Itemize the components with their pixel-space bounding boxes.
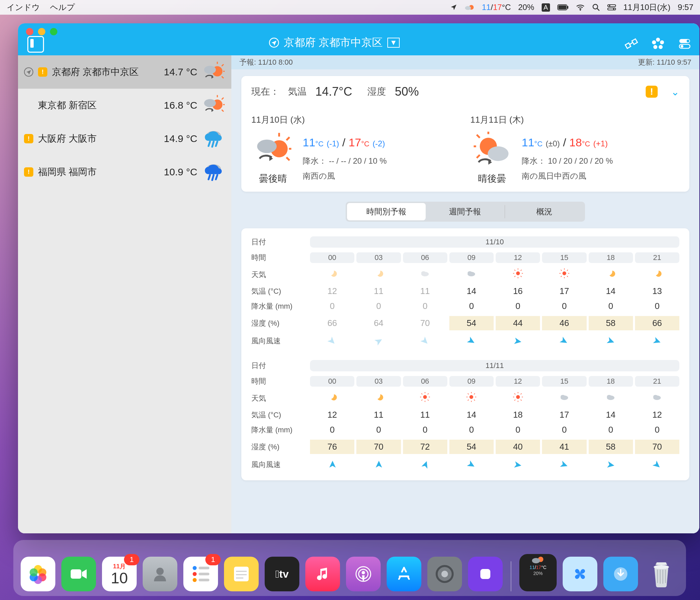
label-humidity: 湿度 (%) [251, 442, 308, 452]
dock-notes[interactable] [224, 557, 259, 591]
menubar-date[interactable]: 11月10日(水) [623, 2, 670, 12]
hour-precip: 0 [449, 301, 494, 311]
close-button[interactable] [26, 28, 33, 35]
expand-chevron-icon[interactable]: ⌄ [671, 86, 679, 98]
hour-weather-icon [496, 391, 540, 405]
hour-weather-icon [356, 268, 401, 281]
current-label-hum: 湿度 [367, 85, 386, 98]
label-temp: 気温 (°C) [251, 286, 308, 296]
hour-weather-icon [449, 391, 494, 405]
svg-line-37 [222, 110, 224, 112]
hour-wind-icon: ➤ [589, 459, 633, 470]
svg-point-99 [516, 395, 520, 399]
svg-line-97 [468, 400, 469, 401]
svg-point-11 [613, 8, 614, 10]
svg-line-79 [561, 276, 562, 277]
svg-point-21 [656, 42, 660, 45]
sidebar-item-2[interactable]: !大阪府 大阪市14.9 °C [18, 122, 231, 155]
weather-menubar-icon[interactable] [465, 3, 475, 11]
location-dropdown-icon[interactable]: ▼ [388, 38, 400, 48]
hour-temp: 17 [542, 410, 586, 420]
hour-precip: 0 [589, 301, 633, 311]
day-wind: 南の風日中西の風 [522, 168, 679, 184]
battery-icon[interactable] [557, 4, 569, 10]
hour-weather-icon [496, 268, 540, 281]
toggle-sidebar-button[interactable] [27, 36, 44, 53]
svg-line-44 [209, 175, 210, 179]
hour-chip: 06 [403, 376, 447, 387]
svg-line-51 [286, 157, 289, 160]
label-date: 日付 [251, 237, 308, 247]
control-center-icon[interactable] [607, 4, 616, 10]
hour-humidity: 40 [496, 440, 540, 454]
sidebar-item-0[interactable]: !京都府 京都市中京区14.7 °C [18, 55, 231, 89]
hour-precip: 0 [310, 425, 354, 435]
hour-precip: 0 [310, 301, 354, 311]
day-header: 11月11日 (木) [470, 114, 679, 126]
sidebar-item-1[interactable]: 東京都 新宿区16.8 °C [18, 89, 231, 122]
spotlight-icon[interactable] [592, 3, 600, 11]
hour-wind-icon: ➤ [449, 335, 494, 347]
wifi-icon[interactable] [576, 4, 585, 11]
menu-help[interactable]: ヘルプ [50, 2, 75, 12]
weather-icon [202, 129, 225, 149]
svg-point-23 [687, 40, 689, 42]
title-location[interactable]: 京都府 京都市中京区 ▼ [44, 35, 625, 50]
hour-chip: 00 [310, 376, 354, 387]
flower-icon[interactable] [651, 37, 665, 52]
dock-downloads[interactable] [603, 557, 638, 591]
menubar-temp[interactable]: 11/17°C [482, 3, 511, 12]
dock-music[interactable] [305, 557, 340, 591]
tab-overview[interactable]: 概況 [505, 203, 584, 220]
zoom-button[interactable] [50, 28, 57, 35]
menubar-time[interactable]: 9:57 [678, 3, 693, 12]
dock-fan[interactable] [562, 557, 597, 591]
warning-badge[interactable]: ! [646, 86, 658, 98]
hour-weather-icon [449, 268, 494, 281]
satellite-icon[interactable] [625, 37, 638, 52]
svg-point-124 [193, 572, 197, 576]
menu-window[interactable]: インドウ [7, 2, 40, 12]
dock-contacts[interactable] [143, 557, 177, 591]
svg-line-31 [222, 76, 224, 78]
dock-settings[interactable] [427, 557, 462, 591]
hour-humidity: 46 [542, 316, 586, 330]
dock-widget[interactable] [468, 557, 503, 591]
hour-wind-icon: ➤ [403, 459, 447, 470]
dock-reminders[interactable]: 1 [183, 557, 218, 591]
hour-temp: 18 [496, 410, 540, 420]
hour-precip: 0 [542, 425, 586, 435]
current-hum: 50% [395, 85, 419, 99]
dock-photos[interactable] [21, 557, 55, 591]
dock-trash[interactable] [644, 557, 679, 591]
svg-rect-145 [660, 570, 661, 584]
hour-humidity: 54 [449, 316, 494, 330]
location-temp: 14.9 °C [147, 133, 197, 144]
hour-precip: 0 [635, 301, 679, 311]
dock-podcasts[interactable] [346, 557, 381, 591]
svg-point-20 [652, 40, 656, 44]
warning-badge-icon: ! [38, 67, 47, 77]
dock-weather-widget[interactable]: 11/17°C 20% [519, 554, 557, 591]
dock-tv[interactable]: tv [265, 557, 299, 591]
settings-toggle-icon[interactable] [678, 37, 691, 52]
svg-line-36 [222, 98, 224, 100]
tab-weekly[interactable]: 週間予報 [426, 203, 504, 220]
hour-wind-icon: ➤ [356, 459, 401, 470]
menubar-battery-pct[interactable]: 20% [518, 3, 534, 12]
hour-chip: 12 [496, 252, 540, 263]
svg-rect-137 [480, 569, 490, 579]
minimize-button[interactable] [38, 28, 45, 35]
warning-badge-icon: ! [24, 134, 33, 143]
svg-rect-123 [199, 567, 209, 569]
dock-calendar[interactable]: 11月101 [102, 557, 137, 591]
sidebar-item-3[interactable]: !福岡県 福岡市10.9 °C [18, 155, 231, 189]
day-precip: 降水： -- / -- / 20 / 10 % [303, 153, 460, 169]
tab-hourly[interactable]: 時間別予報 [347, 203, 426, 220]
location-icon[interactable] [450, 4, 457, 11]
dock-appstore[interactable] [387, 557, 421, 591]
dock-facetime[interactable] [61, 557, 96, 591]
day-caption: 晴後曇 [478, 172, 506, 185]
ime-indicator[interactable]: A [542, 3, 550, 12]
hour-humidity: 64 [356, 316, 401, 330]
